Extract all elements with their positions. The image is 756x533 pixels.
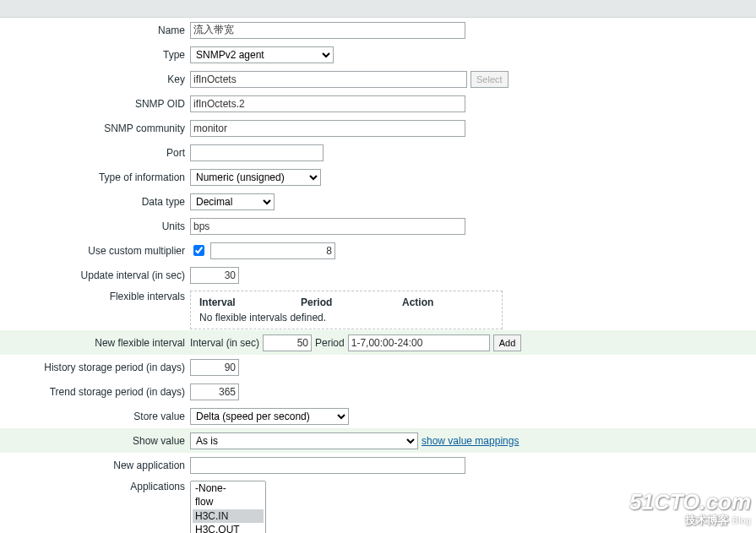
flex-header-period: Period — [301, 296, 402, 308]
label-applications: Applications — [0, 481, 190, 492]
label-new-flex: New flexible interval — [0, 337, 190, 349]
update-interval-input[interactable] — [190, 267, 239, 284]
trend-input[interactable] — [190, 383, 239, 400]
label-snmp-oid: SNMP OID — [0, 98, 190, 110]
select-button: Select — [470, 71, 509, 88]
flex-header-interval: Interval — [199, 296, 301, 308]
label-new-application: New application — [0, 460, 190, 471]
label-type: Type — [0, 49, 190, 61]
store-value-select[interactable]: Delta (speed per second) — [190, 408, 349, 425]
label-key: Key — [0, 73, 190, 85]
list-item[interactable]: H3C.IN — [193, 509, 264, 523]
list-item[interactable]: flow — [193, 495, 264, 509]
new-application-input[interactable] — [190, 457, 465, 474]
label-port: Port — [0, 147, 190, 159]
label-store-value: Store value — [0, 411, 190, 422]
multiplier-checkbox[interactable] — [193, 245, 204, 256]
list-item[interactable]: -None- — [193, 481, 264, 495]
label-flex-intervals: Flexible intervals — [0, 291, 190, 302]
new-flex-interval-label: Interval (in sec) — [190, 337, 259, 349]
label-type-info: Type of information — [0, 171, 190, 183]
label-show-value: Show value — [0, 435, 190, 447]
name-input[interactable] — [190, 22, 465, 39]
list-item[interactable]: H3C.OUT — [193, 523, 264, 533]
multiplier-input[interactable] — [210, 242, 335, 259]
port-input[interactable] — [190, 144, 324, 161]
new-flex-period-label: Period — [315, 337, 345, 349]
label-update-interval: Update interval (in sec) — [0, 269, 190, 281]
label-data-type: Data type — [0, 196, 190, 208]
add-button[interactable]: Add — [493, 334, 522, 351]
units-input[interactable] — [190, 218, 465, 235]
top-bar — [0, 0, 756, 18]
key-input[interactable] — [190, 71, 467, 88]
new-flex-period-input[interactable] — [348, 334, 490, 351]
label-snmp-community: SNMP community — [0, 122, 190, 134]
flex-header-action: Action — [402, 296, 493, 308]
label-multiplier: Use custom multiplier — [0, 245, 190, 257]
show-value-mappings-link[interactable]: show value mappings — [422, 435, 519, 447]
label-name: Name — [0, 24, 190, 36]
new-flex-interval-input[interactable] — [263, 334, 312, 351]
type-select[interactable]: SNMPv2 agent — [190, 46, 334, 63]
snmp-oid-input[interactable] — [190, 95, 465, 112]
applications-select[interactable]: -None- flow H3C.IN H3C.OUT — [190, 481, 266, 533]
label-trend: Trend storage period (in days) — [0, 386, 190, 398]
show-value-select[interactable]: As is — [190, 432, 418, 449]
snmp-community-input[interactable] — [190, 120, 465, 137]
flex-intervals-table: Interval Period Action No flexible inter… — [190, 291, 503, 329]
history-input[interactable] — [190, 359, 239, 376]
label-history: History storage period (in days) — [0, 362, 190, 373]
flex-empty-msg: No flexible intervals defined. — [199, 312, 493, 324]
type-info-select[interactable]: Numeric (unsigned) — [190, 169, 321, 186]
label-units: Units — [0, 220, 190, 232]
data-type-select[interactable]: Decimal — [190, 193, 275, 210]
